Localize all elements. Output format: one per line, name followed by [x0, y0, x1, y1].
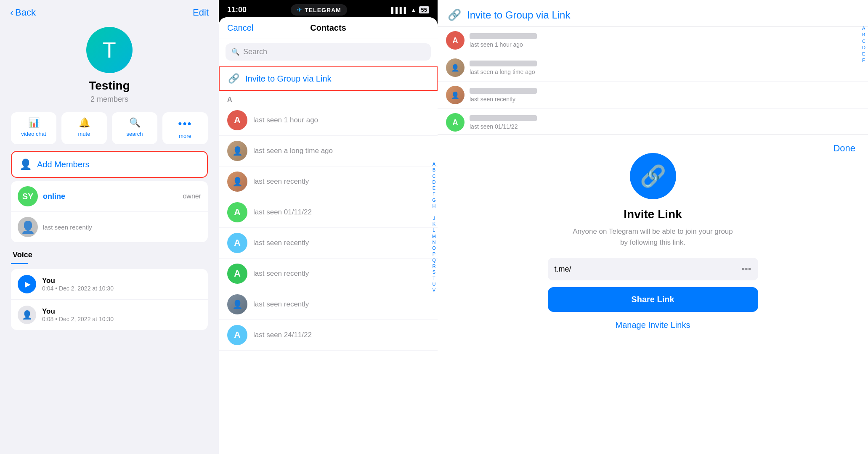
edit-button[interactable]: Edit [193, 7, 209, 18]
voice-section-label: Voice [11, 251, 208, 259]
status-icons: ▌▌▌▌ ▲ 55 [391, 6, 429, 13]
right-contact-avatar-4: A [446, 113, 465, 132]
invite-link-icon: 🔗 [228, 73, 239, 84]
voice-info-1: You 0:04 • Dec 2, 2022 at 10:30 [42, 277, 201, 292]
right-top-section: 🔗 Invite to Group via Link A last seen 1… [438, 0, 868, 135]
invite-link-heading: Invite Link [624, 208, 682, 221]
right-invite-title: Invite to Group via Link [467, 9, 570, 21]
contact-item-4[interactable]: A last seen 01/11/22 [219, 197, 438, 228]
left-panel: ‹ Back Edit T Testing 2 members 📊 video … [0, 0, 219, 454]
contact-status-4: last seen 01/11/22 [253, 208, 312, 216]
right-contacts-list: A last seen 1 hour ago 👤 last seen a lon… [438, 27, 868, 135]
contact-avatar-8: A [227, 325, 247, 345]
contact-avatar-7: 👤 [227, 294, 247, 314]
mute-icon: 🔔 [79, 117, 90, 128]
right-contact-item-4[interactable]: A last seen 01/11/22 [438, 109, 868, 135]
cancel-button[interactable]: Cancel [227, 23, 295, 33]
mute-button[interactable]: 🔔 mute [61, 112, 107, 144]
right-contact-item-3[interactable]: 👤 last seen recently [438, 82, 868, 109]
right-contact-info-2: last seen a long time ago [470, 61, 860, 75]
invite-link-text: Invite to Group via Link [245, 74, 332, 84]
group-members-count: 2 members [90, 95, 128, 104]
member-status-2: last seen recently [43, 224, 201, 231]
play-button-2[interactable]: 👤 [18, 306, 36, 324]
contact-list: A last seen 1 hour ago 👤 last seen a lon… [219, 105, 438, 454]
add-members-icon: 👤 [19, 158, 32, 170]
contact-item-8[interactable]: A last seen 24/11/22 [219, 320, 438, 351]
contact-item-2[interactable]: 👤 last seen a long time ago [219, 136, 438, 166]
voice-underline [11, 263, 28, 264]
contact-avatar-3: 👤 [227, 172, 247, 192]
search-placeholder: Search [243, 48, 267, 56]
more-button[interactable]: ••• more [162, 112, 208, 144]
invite-link-row[interactable]: 🔗 Invite to Group via Link [219, 66, 438, 91]
play-button-1[interactable]: ▶ [18, 275, 36, 293]
right-contact-info-3: last seen recently [470, 88, 860, 103]
left-header: ‹ Back Edit [0, 7, 219, 18]
member-item-2[interactable]: 👤 last seen recently [11, 212, 208, 242]
voice-info-2: You 0:08 • Dec 2, 2022 at 10:30 [42, 307, 201, 322]
video-chat-label: video chat [21, 131, 46, 137]
play-icon-1: ▶ [25, 280, 31, 289]
thumb-icon-2: 👤 [22, 310, 32, 320]
signal-bars-icon: ▌▌▌▌ [391, 7, 408, 13]
manage-invite-links-button[interactable]: Manage Invite Links [616, 320, 690, 330]
right-contact-info-4: last seen 01/11/22 [470, 115, 860, 130]
contacts-section-a: A [219, 92, 438, 105]
contact-avatar-6: A [227, 264, 247, 284]
search-bar[interactable]: 🔍 Search [226, 43, 431, 61]
right-alphabet-index: A B C D E F [862, 25, 865, 63]
search-icon: 🔍 [129, 117, 141, 128]
right-contact-status-2: last seen a long time ago [470, 69, 860, 75]
add-members-container: 👤 Add Members [11, 151, 208, 178]
contact-item-7[interactable]: 👤 last seen recently [219, 289, 438, 320]
right-contact-avatar-2: 👤 [446, 58, 465, 77]
mute-label: mute [78, 131, 90, 137]
contact-avatar-5: A [227, 233, 247, 253]
wifi-icon: ▲ [411, 7, 417, 13]
right-contact-name-bar-1 [470, 33, 537, 39]
member-item[interactable]: SY online owner [11, 181, 208, 212]
voice-list: ▶ You 0:04 • Dec 2, 2022 at 10:30 👤 You … [11, 269, 208, 330]
member-name-sy: online [43, 192, 178, 201]
voice-item-1[interactable]: ▶ You 0:04 • Dec 2, 2022 at 10:30 [11, 269, 208, 300]
group-avatar-letter: T [103, 37, 116, 63]
link-options-button[interactable]: ••• [741, 264, 751, 275]
add-members-button[interactable]: 👤 Add Members [12, 152, 207, 177]
right-contact-item-1[interactable]: A last seen 1 hour ago [438, 27, 868, 54]
right-invite-icon: 🔗 [448, 8, 461, 21]
right-contact-photo-3: 👤 [451, 91, 459, 99]
video-chat-button[interactable]: 📊 video chat [11, 112, 56, 144]
search-icon-small: 🔍 [231, 48, 240, 56]
contact-photo-2: 👤 [232, 146, 243, 156]
link-input-text: t.me/ [555, 265, 742, 274]
right-contact-status-1: last seen 1 hour ago [470, 41, 860, 48]
member-info-2: last seen recently [43, 224, 201, 231]
contact-item-3[interactable]: 👤 last seen recently [219, 166, 438, 197]
right-contact-name-bar-2 [470, 61, 537, 66]
member-role-sy: owner [183, 193, 201, 200]
middle-panel: 11:00 ✈ TELEGRAM ▌▌▌▌ ▲ 55 Cancel Contac… [219, 0, 438, 454]
done-button[interactable]: Done [833, 143, 855, 154]
contact-status-8: last seen 24/11/22 [253, 331, 312, 339]
telegram-label: TELEGRAM [305, 7, 341, 13]
right-contact-info-1: last seen 1 hour ago [470, 33, 860, 48]
contact-status-2: last seen a long time ago [253, 147, 333, 155]
right-contact-photo-2: 👤 [451, 64, 459, 72]
members-list: SY online owner 👤 last seen recently [11, 181, 208, 242]
telegram-icon: ✈ [297, 6, 302, 14]
contact-status-7: last seen recently [253, 300, 309, 309]
search-button[interactable]: 🔍 search [112, 112, 157, 144]
contact-status-5: last seen recently [253, 239, 309, 247]
member-info-sy: online [43, 192, 178, 201]
contact-item-6[interactable]: A last seen recently [219, 259, 438, 289]
back-button[interactable]: ‹ Back [10, 7, 36, 18]
battery-indicator: 55 [419, 6, 429, 13]
contact-photo-3: 👤 [232, 177, 243, 187]
right-contact-item-2[interactable]: 👤 last seen a long time ago [438, 54, 868, 82]
contact-item-5[interactable]: A last seen recently [219, 228, 438, 259]
contact-item-1[interactable]: A last seen 1 hour ago [219, 105, 438, 136]
contact-avatar-2: 👤 [227, 141, 247, 161]
share-link-button[interactable]: Share Link [548, 287, 758, 312]
voice-item-2[interactable]: 👤 You 0:08 • Dec 2, 2022 at 10:30 [11, 300, 208, 330]
